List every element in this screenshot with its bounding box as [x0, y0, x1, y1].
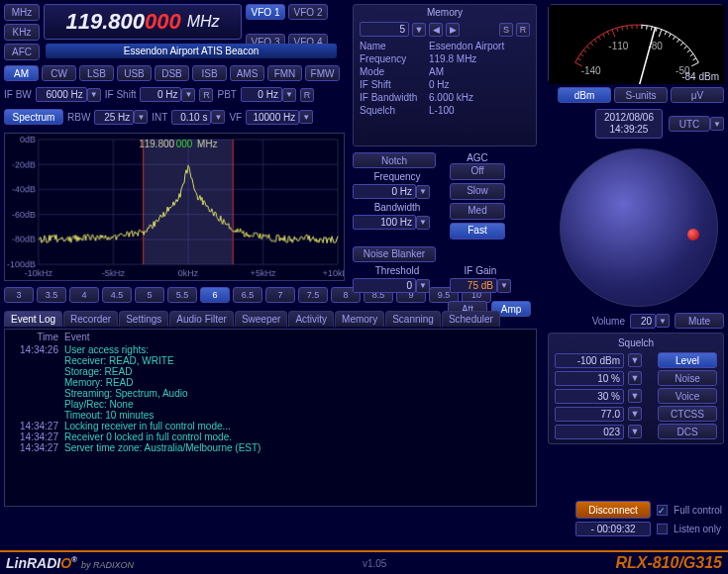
vfo2-button[interactable]: VFO 2: [288, 4, 328, 20]
spectrum-button[interactable]: Spectrum: [4, 109, 63, 125]
dropdown-icon[interactable]: ▼: [628, 407, 642, 421]
mode-isb-button[interactable]: ISB: [192, 65, 227, 81]
mode-am-button[interactable]: AM: [4, 65, 39, 81]
agc-fast-button[interactable]: Fast: [450, 223, 505, 239]
dropdown-icon[interactable]: ▼: [628, 389, 642, 403]
dropdown-icon[interactable]: ▼: [181, 88, 195, 102]
listen-only-checkbox[interactable]: [657, 524, 668, 534]
span-5-button[interactable]: 5: [135, 287, 164, 303]
tab-activity[interactable]: Activity: [288, 311, 334, 327]
dropdown-icon[interactable]: ▼: [282, 88, 296, 102]
tab-scanning[interactable]: Scanning: [385, 311, 441, 327]
unit-khz-button[interactable]: KHz: [4, 24, 40, 41]
ifbw-field[interactable]: 6000 Hz: [36, 87, 87, 102]
mode-usb-button[interactable]: USB: [117, 65, 152, 81]
span-4.5-button[interactable]: 4.5: [102, 287, 132, 303]
memory-index[interactable]: 5: [360, 22, 409, 37]
eventlog-head-time: Time: [9, 332, 64, 342]
int-field[interactable]: 0.10 s: [171, 110, 211, 125]
dropdown-icon[interactable]: ▼: [299, 110, 313, 124]
ifgain-field[interactable]: 75 dB: [450, 278, 497, 293]
span-6-button[interactable]: 6: [200, 287, 230, 303]
tab-settings[interactable]: Settings: [119, 311, 168, 327]
squelch-level-button[interactable]: Level: [658, 352, 717, 368]
meter-unit-row: dBmS-unitsμV: [558, 87, 724, 103]
event-log[interactable]: TimeEvent 14:34:26User access rights:Rec…: [4, 329, 537, 507]
full-control-checkbox[interactable]: [657, 505, 668, 516]
span-6.5-button[interactable]: 6.5: [233, 287, 262, 303]
squelch-dcs-button[interactable]: DCS: [658, 424, 717, 439]
span-5.5-button[interactable]: 5.5: [167, 287, 197, 303]
mute-button[interactable]: Mute: [675, 313, 724, 329]
tab-audio-filter[interactable]: Audio Filter: [169, 311, 234, 327]
span-7-button[interactable]: 7: [265, 287, 295, 303]
agc-slow-button[interactable]: Slow: [450, 183, 505, 200]
meter-s-units-button[interactable]: S-units: [614, 87, 668, 103]
notch-freq-field[interactable]: 0 Hz: [353, 184, 416, 199]
dropdown-icon[interactable]: ▼: [416, 185, 430, 199]
ifshift-reset-button[interactable]: R: [199, 88, 213, 102]
spectrum-chart[interactable]: [4, 133, 345, 281]
tab-memory[interactable]: Memory: [335, 311, 384, 327]
memory-prev-button[interactable]: ◀: [429, 23, 443, 37]
tuning-dial[interactable]: [560, 148, 718, 307]
mode-dsb-button[interactable]: DSB: [155, 65, 189, 81]
frequency-display[interactable]: 119.800000 MHz: [44, 4, 242, 40]
dropdown-icon[interactable]: ▼: [416, 216, 430, 230]
dropdown-icon[interactable]: ▼: [416, 279, 430, 293]
dropdown-icon[interactable]: ▼: [710, 117, 724, 131]
unit-mhz-button[interactable]: MHz: [4, 4, 40, 21]
meter-μv-button[interactable]: μV: [671, 87, 724, 103]
dropdown-icon[interactable]: ▼: [134, 110, 148, 124]
tab-event-log[interactable]: Event Log: [4, 311, 62, 327]
dropdown-icon[interactable]: ▼: [628, 425, 642, 438]
notch-freq-label: Frequency: [353, 171, 442, 182]
mode-lsb-button[interactable]: LSB: [79, 65, 114, 81]
dropdown-icon[interactable]: ▼: [628, 353, 642, 367]
squelch-voice-button[interactable]: Voice: [658, 388, 717, 404]
tab-recorder[interactable]: Recorder: [63, 311, 118, 327]
dropdown-icon[interactable]: ▼: [87, 88, 101, 102]
meter-dbm-button[interactable]: dBm: [558, 87, 611, 103]
span-3.5-button[interactable]: 3.5: [37, 287, 66, 303]
afc-button[interactable]: AFC: [4, 44, 40, 60]
span-4-button[interactable]: 4: [69, 287, 99, 303]
pbt-reset-button[interactable]: R: [300, 88, 314, 102]
int-label: INT: [152, 112, 167, 123]
mode-cw-button[interactable]: CW: [42, 65, 76, 81]
span-3-button[interactable]: 3: [4, 287, 34, 303]
squelch-ctcss-button[interactable]: CTCSS: [658, 406, 717, 422]
volume-field[interactable]: 20: [630, 314, 656, 329]
rbw-field[interactable]: 25 Hz: [94, 110, 134, 125]
dropdown-icon[interactable]: ▼: [656, 314, 670, 328]
dropdown-icon[interactable]: ▼: [497, 279, 511, 293]
dropdown-icon[interactable]: ▼: [211, 110, 225, 124]
mode-fmw-button[interactable]: FMW: [305, 65, 340, 81]
notch-bw-field[interactable]: 100 Hz: [353, 215, 416, 230]
memory-next-button[interactable]: ▶: [446, 23, 460, 37]
mode-ams-button[interactable]: AMS: [230, 65, 264, 81]
pbt-field[interactable]: 0 Hz: [241, 87, 282, 102]
disconnect-button[interactable]: Disconnect: [575, 501, 651, 519]
tz-field[interactable]: UTC: [669, 116, 710, 132]
notch-button[interactable]: Notch: [353, 152, 436, 168]
tab-sweeper[interactable]: Sweeper: [235, 311, 287, 327]
squelch-noise-button[interactable]: Noise: [658, 370, 717, 386]
description-bar[interactable]: Essendon Airport ATIS Beacon: [46, 44, 337, 58]
dropdown-icon[interactable]: ▼: [628, 371, 642, 385]
tab-scheduler[interactable]: Scheduler: [442, 311, 500, 327]
agc-med-button[interactable]: Med: [450, 203, 505, 220]
version-text: v1.05: [363, 558, 386, 569]
span-7.5-button[interactable]: 7.5: [298, 287, 328, 303]
freq-unit: MHz: [187, 13, 220, 31]
noise-blanker-button[interactable]: Noise Blanker: [353, 246, 436, 262]
agc-off-button[interactable]: Off: [450, 163, 505, 180]
vf-field[interactable]: 10000 Hz: [246, 110, 299, 125]
dropdown-icon[interactable]: ▼: [412, 23, 426, 37]
memory-store-button[interactable]: S: [499, 23, 513, 37]
vfo1-button[interactable]: VFO 1: [246, 4, 285, 20]
ifshift-field[interactable]: 0 Hz: [140, 87, 181, 102]
memory-recall-button[interactable]: R: [516, 23, 530, 37]
mode-fmn-button[interactable]: FMN: [267, 65, 302, 81]
nb-thresh-field[interactable]: 0: [353, 278, 416, 293]
